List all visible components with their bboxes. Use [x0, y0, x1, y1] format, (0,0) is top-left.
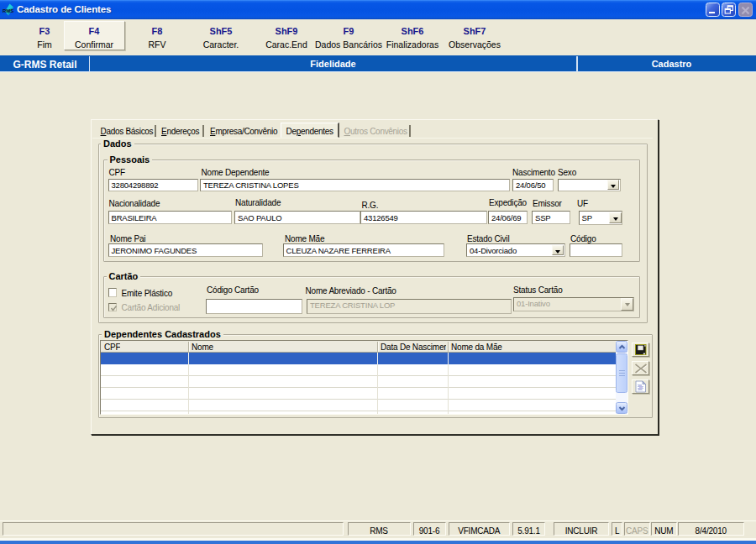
- svg-text:RMS: RMS: [3, 8, 13, 13]
